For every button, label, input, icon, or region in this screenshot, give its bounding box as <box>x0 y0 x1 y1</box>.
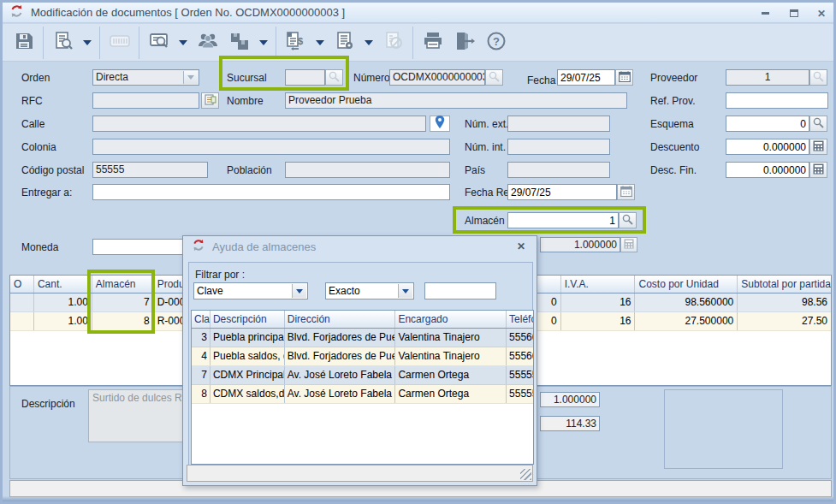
chevron-down-icon <box>83 40 92 45</box>
num-int-field <box>507 139 610 155</box>
chevron-down-icon <box>179 40 187 45</box>
chevron-down-icon <box>296 289 303 294</box>
rfc-copy-button[interactable] <box>201 92 219 109</box>
numero-lookup-button <box>485 69 503 86</box>
toolbar-separator <box>43 27 44 59</box>
col-header-clave: Clave <box>192 311 210 328</box>
nombre-value: Proveedor Prueba <box>288 94 371 106</box>
num-ext-field <box>507 116 610 132</box>
col-header-cantidad: Cant. <box>34 276 92 293</box>
close-button[interactable]: ✕ <box>812 7 831 20</box>
list-item[interactable]: 7 CDMX Principal Av. José Loreto Fabela … <box>192 366 533 385</box>
fecha-rec-calendar-button[interactable] <box>617 184 635 200</box>
save-button[interactable] <box>8 27 39 59</box>
cell-almacen: 8 <box>92 312 154 330</box>
list-item[interactable]: 4 Puebla saldos, dev Blvd. Forjadores de… <box>192 347 533 366</box>
numero-value: OCDMX0000000003 <box>393 71 485 83</box>
map-button[interactable] <box>430 116 450 132</box>
calculator-icon <box>813 139 824 155</box>
monitor-search-icon <box>149 31 169 55</box>
chevron-down-icon <box>316 40 324 45</box>
pais-field <box>507 162 610 178</box>
app-logo-refresh-icon <box>9 4 24 21</box>
cell-clave: 3 <box>192 329 210 347</box>
list-item[interactable]: 3 Puebla principal Blvd. Forjadores de P… <box>192 329 533 347</box>
search-document-dropdown[interactable] <box>79 27 96 59</box>
exit-door-icon <box>454 31 476 55</box>
tipo-cambio-field: 1.000000 <box>540 237 620 252</box>
exit-button[interactable] <box>448 27 480 59</box>
export-currency-dropdown[interactable] <box>311 27 329 59</box>
col-header-costo: Costo por Unidad <box>635 276 738 293</box>
almacen-lookup-button[interactable] <box>619 212 637 228</box>
num-int-label: Núm. int. <box>465 141 506 153</box>
col-header-o: O <box>10 276 34 293</box>
app-window: Modificación de documentos [ Orden No. O… <box>0 0 836 504</box>
minimize-button[interactable] <box>756 7 774 20</box>
svg-text:?: ? <box>493 35 500 48</box>
document-details-button[interactable] <box>329 27 360 59</box>
fecha-rec-input[interactable] <box>507 184 617 200</box>
cell-descripcion: CDMX Principal <box>210 366 285 384</box>
export-currency-button[interactable]: $ <box>280 27 311 59</box>
view-document-button[interactable] <box>143 27 175 59</box>
filter-field-combo-arrow[interactable] <box>292 284 306 298</box>
cell-encargado: Valentina Tinajero <box>395 347 507 365</box>
filter-value-input[interactable] <box>424 282 496 299</box>
chevron-down-icon <box>259 40 268 45</box>
codigo-postal-value: 55555 <box>96 163 124 175</box>
esquema-lookup-button[interactable] <box>809 116 827 132</box>
people-group-icon <box>197 31 219 55</box>
codigo-postal-field: 55555 <box>92 162 208 178</box>
map-pin-icon <box>435 116 445 132</box>
filter-field-combo[interactable]: Clave <box>193 282 308 299</box>
print-button[interactable] <box>417 27 448 59</box>
maximize-button[interactable] <box>785 7 803 20</box>
numero-label: Número <box>353 72 390 84</box>
list-item[interactable]: 8 CDMX saldos,dev Av. José Loreto Fabela… <box>192 385 533 404</box>
ref-prov-label: Ref. Prov. <box>650 95 695 107</box>
barcode-button <box>104 27 135 59</box>
cell-almacen: 7 <box>92 294 154 311</box>
search-document-button[interactable] <box>47 27 79 59</box>
filter-mode-combo[interactable]: Exacto <box>325 282 414 299</box>
filter-mode-combo-arrow[interactable] <box>398 284 412 298</box>
col-header-almacen: Almacén <box>92 276 154 293</box>
descuento-calc-button[interactable] <box>809 139 827 155</box>
cell-cantidad: 1.00 <box>34 294 92 311</box>
cell-iva: 16 <box>561 312 636 330</box>
descripcion-label: Descripción <box>21 398 75 410</box>
cell-subtotal: 98.56 <box>738 294 831 311</box>
observations-box <box>664 389 783 469</box>
desc-fin-input[interactable] <box>726 162 809 178</box>
cancel-document-button <box>377 27 409 59</box>
warehouse-button[interactable] <box>223 27 255 59</box>
fecha-input[interactable] <box>557 69 615 86</box>
toolbar: $ ? <box>3 24 833 62</box>
close-icon: ✕ <box>817 9 826 19</box>
resize-grip[interactable] <box>520 469 531 480</box>
cell-costo: 27.500000 <box>635 312 738 330</box>
dialog-close-button[interactable]: ✕ <box>514 240 528 253</box>
providers-button[interactable] <box>192 27 223 59</box>
nombre-field: Proveedor Prueba <box>285 92 627 109</box>
col-header-encargado: Encargado <box>395 311 507 328</box>
entregar-a-input[interactable] <box>92 184 450 200</box>
fecha-calendar-button[interactable] <box>615 69 633 86</box>
document-details-dropdown[interactable] <box>360 27 377 59</box>
desc-fin-calc-button[interactable] <box>809 162 827 178</box>
proveedor-field: 1 <box>726 69 809 86</box>
esquema-input[interactable] <box>726 116 809 132</box>
almacen-input[interactable] <box>507 212 619 228</box>
warehouse-dropdown[interactable] <box>255 27 272 59</box>
calle-field <box>92 116 426 132</box>
help-button[interactable]: ? <box>480 27 512 59</box>
ref-prov-input[interactable] <box>726 92 828 109</box>
col-header-telefono: Teléfono <box>507 311 533 328</box>
minimize-icon <box>762 12 769 15</box>
poblacion-label: Población <box>227 164 272 176</box>
view-document-dropdown[interactable] <box>175 27 192 59</box>
descuento-input[interactable] <box>726 139 809 155</box>
orden-value: Directa <box>96 71 128 83</box>
moneda-input[interactable] <box>92 239 195 255</box>
